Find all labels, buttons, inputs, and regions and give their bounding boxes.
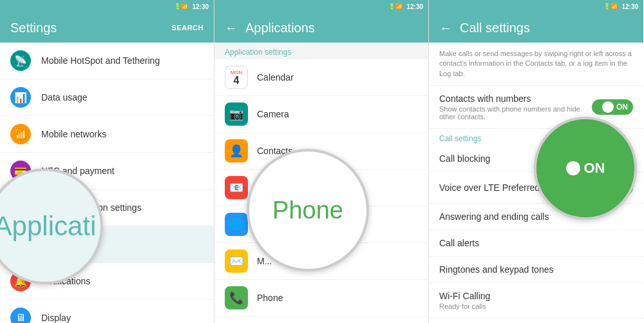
contacts-numbers-toggle[interactable]: ON bbox=[592, 99, 633, 115]
ringtones-row[interactable]: Ringtones and keypad tones bbox=[429, 257, 643, 283]
contacts-icon: 👤 bbox=[225, 139, 248, 162]
app-phone[interactable]: 📞 Phone bbox=[214, 280, 428, 317]
answering-title: Answering and ending calls bbox=[439, 211, 549, 222]
call-blocking-left: Call blocking bbox=[439, 153, 490, 164]
hotspot-icon: 📡 bbox=[10, 50, 31, 71]
wifi-calling-title: Wi-Fi Calling bbox=[439, 291, 490, 301]
time-3: 12:30 bbox=[621, 3, 638, 10]
call-blocking-title: Call blocking bbox=[439, 153, 490, 164]
magnifier-3-text: ON bbox=[584, 160, 605, 177]
app-camera[interactable]: 📷 Camera bbox=[214, 96, 428, 133]
call-alerts-row[interactable]: Call alerts bbox=[429, 230, 643, 257]
phone-icon: 📞 bbox=[225, 286, 248, 309]
magnifier-3: ON bbox=[534, 117, 637, 220]
magnifier-2-text: Phone bbox=[272, 197, 343, 224]
magnifier-1-text: Applicati bbox=[0, 211, 96, 242]
camera-icon: 📷 bbox=[225, 103, 248, 126]
back-button-2[interactable]: ← bbox=[225, 21, 238, 35]
mobile-label: Mobile networks bbox=[41, 129, 106, 139]
app-section-header-1: Application settings bbox=[214, 43, 428, 59]
settings-item-mobile[interactable]: 📶 Mobile networks bbox=[0, 116, 214, 153]
call-info-section: Make calls or send messages by swiping r… bbox=[429, 43, 643, 86]
settings-item-display[interactable]: 🖥 Display bbox=[0, 300, 214, 323]
messages-icon: ✉️ bbox=[225, 250, 248, 273]
more-settings-row[interactable]: More settings bbox=[429, 318, 643, 323]
calendar-icon: MON 4 bbox=[225, 66, 248, 89]
status-icons-1: 🔋📶 bbox=[174, 3, 188, 10]
wifi-calling-row[interactable]: Wi-Fi Calling Ready for calls bbox=[429, 283, 643, 318]
app-svoice[interactable]: 🎤 S... bbox=[214, 317, 428, 323]
volte-title: Voice over LTE Preferred bbox=[439, 182, 540, 193]
contacts-numbers-left: Contacts with numbers Show contacts with… bbox=[439, 93, 592, 121]
time-1: 12:30 bbox=[192, 3, 209, 10]
data-label: Data usage bbox=[41, 92, 88, 103]
email-icon: 📧 bbox=[225, 176, 248, 199]
settings-item-data[interactable]: 📊 Data usage bbox=[0, 79, 214, 116]
status-bar-3: 🔋📶 12:30 bbox=[429, 0, 643, 13]
status-icons-3: 🔋📶 bbox=[603, 3, 618, 10]
settings-toolbar: Settings SEARCH bbox=[0, 13, 214, 43]
call-settings-toolbar: ← Call settings bbox=[429, 13, 643, 43]
wifi-calling-left: Wi-Fi Calling Ready for calls bbox=[439, 291, 490, 310]
wifi-calling-sub: Ready for calls bbox=[439, 302, 490, 310]
time-2: 12:30 bbox=[406, 3, 423, 10]
applications-toolbar: ← Applications bbox=[214, 13, 428, 43]
call-info-text: Make calls or send messages by swiping r… bbox=[439, 49, 633, 79]
status-bar-1: 🔋📶 12:30 bbox=[0, 0, 214, 13]
contacts-numbers-sub: Show contacts with phone numbers and hid… bbox=[439, 105, 592, 121]
search-action[interactable]: SEARCH bbox=[172, 24, 204, 32]
magnifier-2: Phone bbox=[247, 149, 369, 271]
status-bar-2: 🔋📶 12:30 bbox=[214, 0, 428, 13]
internet-icon: 🌐 bbox=[225, 213, 248, 236]
call-settings-panel: 🔋📶 12:30 ← Call settings Make calls or s… bbox=[429, 0, 643, 323]
settings-title: Settings bbox=[10, 21, 57, 35]
settings-item-hotspot[interactable]: 📡 Mobile HotSpot and Tethering bbox=[0, 43, 214, 79]
phone-label: Phone bbox=[257, 293, 283, 303]
calendar-label: Calendar bbox=[257, 72, 294, 83]
display-label: Display bbox=[41, 313, 71, 323]
settings-panel: 🔋📶 12:30 Settings SEARCH 📡 Mobile HotSpo… bbox=[0, 0, 214, 323]
applications-title: Applications bbox=[245, 21, 315, 35]
camera-label: Camera bbox=[257, 109, 289, 119]
hotspot-label: Mobile HotSpot and Tethering bbox=[41, 55, 160, 66]
display-icon: 🖥 bbox=[10, 308, 31, 323]
applications-panel: 🔋📶 12:30 ← Applications Application sett… bbox=[214, 0, 429, 323]
volte-left: Voice over LTE Preferred bbox=[439, 182, 540, 193]
contacts-with-numbers-row[interactable]: Contacts with numbers Show contacts with… bbox=[429, 86, 643, 129]
call-alerts-title: Call alerts bbox=[439, 238, 479, 248]
app-calendar[interactable]: MON 4 Calendar bbox=[214, 59, 428, 96]
contacts-numbers-title: Contacts with numbers bbox=[439, 93, 592, 104]
call-settings-title: Call settings bbox=[460, 21, 530, 35]
back-button-3[interactable]: ← bbox=[439, 21, 452, 35]
data-icon: 📊 bbox=[10, 87, 31, 108]
mobile-icon: 📶 bbox=[10, 124, 31, 144]
ringtones-title: Ringtones and keypad tones bbox=[439, 264, 553, 275]
status-icons-2: 🔋📶 bbox=[388, 3, 402, 10]
